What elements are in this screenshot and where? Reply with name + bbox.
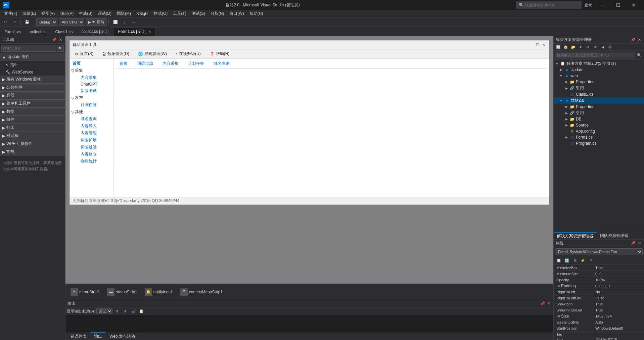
close-button[interactable]: ✕ (626, 0, 641, 10)
props-value[interactable]: 1439, 674 (594, 313, 644, 319)
menu-analyze[interactable]: 分析(N) (208, 10, 227, 17)
props-value[interactable]: No (594, 289, 644, 295)
tree-item-form1[interactable]: ▶ ⬡ Form1.cs (554, 134, 644, 140)
tree-item-web-properties[interactable]: ▶ 📁 Properties (554, 79, 644, 85)
toolbar-btn-2[interactable]: ↕ (122, 18, 128, 26)
menu-test[interactable]: 测试(S) (189, 10, 208, 17)
tree-item-web[interactable]: ▼ ◆ web (554, 73, 644, 79)
nav-group-collect[interactable]: ▽ 采集 (70, 67, 113, 74)
props-value[interactable]: WindowsDefault! (594, 325, 644, 331)
web-menu-data[interactable]: 🗄 数据管理(D) (98, 50, 133, 58)
web-tool-close-button[interactable]: ✕ (541, 42, 546, 48)
props-value[interactable] (594, 331, 644, 337)
content-tab-home[interactable]: 首页 (116, 60, 131, 67)
menu-team[interactable]: 团队(M) (114, 10, 134, 17)
nav-item-content-mgmt[interactable]: 内容管理 (70, 130, 113, 137)
expand-icon[interactable]: ⊞ (556, 284, 561, 288)
web-menu-help[interactable]: ❓ 帮助(H) (206, 50, 233, 58)
start-button[interactable]: ▶ ▶ 启动 (86, 18, 106, 26)
menu-build[interactable]: 生成(B) (76, 10, 95, 17)
solution-explorer-close-button[interactable]: ✕ (637, 37, 642, 43)
menu-nsight[interactable]: NSight (134, 11, 151, 17)
props-btn-alpha[interactable]: 🔠 (563, 257, 570, 264)
toolbox-item-webservice[interactable]: 🔧 WebService (0, 69, 65, 76)
content-tab-domain[interactable]: 域名查询 (210, 60, 233, 67)
solution-panel-tab-solution[interactable]: 解决方案资源管理器 (554, 232, 597, 239)
output-clear-button[interactable]: ☰ (130, 308, 137, 314)
properties-selector[interactable]: Form1 System.Windows.Forms.Fon (555, 248, 643, 255)
component-notifyicon1[interactable]: 🔔 notifyIcon1 (142, 287, 175, 297)
props-btn-help[interactable]: ? (587, 257, 595, 264)
menu-edit[interactable]: 编辑(E) (20, 10, 39, 17)
component-menustrip1[interactable]: ≡ menuStrip1 (68, 287, 102, 297)
menu-file[interactable]: 文件(F) (1, 10, 20, 17)
properties-pin-button[interactable]: 📌 (631, 241, 636, 246)
toolbox-group-dialog-header[interactable]: ▶ 对话框 (0, 132, 65, 140)
quick-search[interactable]: 🔍 (516, 1, 582, 9)
toolbar-btn-1[interactable]: ⬜ (111, 18, 120, 26)
toolbox-group-container-header[interactable]: ▶ 容器 (0, 92, 65, 100)
save-button[interactable]: 💾 (22, 18, 32, 26)
se-add-button[interactable]: ➕ (607, 44, 613, 50)
tree-item-project-main[interactable]: ▼ ◆ 群站2.0 (554, 97, 644, 104)
props-btn-props[interactable]: ⊞ (571, 257, 579, 264)
tree-item-update[interactable]: ▶ ◆ Update (554, 67, 644, 73)
nav-item-home[interactable]: 首页 (70, 60, 113, 67)
component-contextmenustrip1[interactable]: ☰ contextMenuStrip1 (178, 287, 225, 297)
props-value[interactable]: True (594, 301, 644, 307)
toolbox-group-data-header[interactable]: ▶ 数据 (0, 108, 65, 116)
tab-form1-design[interactable]: Form1.cs [设计] ✕ (114, 27, 155, 36)
output-pin-button[interactable]: 📌 (540, 301, 545, 306)
web-menu-host[interactable]: 🌐 挂机管理(W) (134, 50, 171, 58)
properties-close-button[interactable]: ✕ (637, 241, 642, 246)
web-tool-minimize-button[interactable]: ─ (529, 42, 534, 48)
quick-search-input[interactable] (525, 3, 579, 7)
tab-collect-cs[interactable]: collect.cs (26, 27, 51, 36)
toolbox-close-button[interactable]: ✕ (58, 37, 63, 43)
content-tab-content-collect[interactable]: 内容采集 (159, 60, 182, 67)
login-button[interactable]: 登录 (584, 2, 592, 8)
props-value[interactable]: True (594, 265, 644, 271)
tab-class1-cs[interactable]: Class1.cs (51, 27, 77, 36)
props-value[interactable]: 100% (594, 277, 644, 283)
toolbox-search-input[interactable] (1, 45, 56, 52)
props-value[interactable]: True (594, 307, 644, 313)
tab-close-button[interactable]: ✕ (148, 30, 151, 34)
se-preview-button[interactable]: 👁 (592, 44, 599, 50)
minimize-button[interactable]: ─ (595, 0, 610, 10)
nav-item-task[interactable]: 计划任务 (70, 101, 113, 108)
tree-item-program[interactable]: ⬡ Program.cs (554, 140, 644, 146)
se-home-button[interactable]: 🏠 (562, 44, 569, 50)
se-folder-button[interactable]: 📁 (570, 44, 577, 50)
props-value[interactable]: False (594, 295, 644, 301)
debug-mode-dropdown[interactable]: Debug (36, 18, 57, 26)
props-btn-cat[interactable]: 🔲 (555, 257, 562, 264)
nav-item-new-test[interactable]: 新版测试 (70, 87, 113, 94)
restore-button[interactable]: ☐ (610, 0, 626, 10)
tree-item-class1[interactable]: ⬡ Class1.cs (554, 91, 644, 97)
solution-search-button[interactable]: 🔍 (636, 52, 643, 58)
props-value[interactable]: 0, 0 (594, 271, 644, 277)
output-close-button[interactable]: ✕ (546, 301, 551, 306)
toolbox-item-pointer[interactable]: ↖ 指针 (0, 61, 65, 69)
menu-project[interactable]: 项目(P) (57, 10, 76, 17)
toolbox-group-update-header[interactable]: ▲ Update 组件 (0, 53, 65, 61)
tab-form1-cs[interactable]: Form1.cs (0, 27, 26, 36)
nav-item-content-modify[interactable]: 内容修改 (70, 151, 113, 158)
props-value[interactable]: 0, 0, 0, 0 (594, 283, 644, 289)
toolbox-group-menu-header[interactable]: ▶ 菜单和工具栏 (0, 100, 65, 108)
menu-format[interactable]: 格式(O) (151, 10, 170, 17)
menu-help[interactable]: 帮助(H) (247, 10, 266, 17)
toolbox-group-common-header[interactable]: ▶ 公共控件 (0, 84, 65, 92)
redo-button[interactable]: ↪ (10, 18, 18, 26)
design-surface[interactable]: 群站管理工具 ─ ☐ ✕ ⚙ 设置(S) 🗄 (65, 36, 553, 284)
content-tab-task[interactable]: 计划任务 (185, 60, 208, 67)
toolbox-search-button[interactable]: 🔍 (57, 45, 64, 52)
toolbox-group-wpf-header[interactable]: ▶ WPF 互操作性 (0, 140, 65, 148)
nav-item-content-collect[interactable]: 内容采集 (70, 74, 113, 81)
expand-icon[interactable]: ⊞ (556, 314, 561, 318)
nav-item-chatgpt[interactable]: ChatGPT (70, 81, 113, 87)
nav-item-spider-stats[interactable]: 蜘蛛统计 (70, 158, 113, 165)
menu-window[interactable]: 窗口(W) (227, 10, 246, 17)
toolbox-pin-button[interactable]: 📌 (52, 37, 57, 43)
